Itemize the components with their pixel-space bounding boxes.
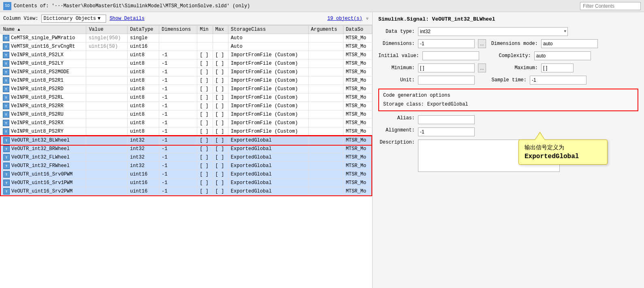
minimum-dots-btn[interactable]: … <box>478 64 486 72</box>
sample-time-input[interactable] <box>530 76 586 85</box>
row-icon: T <box>3 188 10 195</box>
min-cell: [ ] <box>197 153 213 162</box>
col-datasource: DataSo <box>343 25 372 34</box>
datatype-cell: uint8 <box>127 93 159 102</box>
value-cell <box>86 119 128 127</box>
col-name: Name ▲ <box>0 25 86 34</box>
args-cell <box>308 42 343 51</box>
object-count[interactable]: 19 object(s) <box>327 16 362 21</box>
alias-input[interactable] <box>418 115 475 124</box>
datatype-cell: single <box>127 34 159 42</box>
complexity-input[interactable] <box>534 51 591 60</box>
content-area: Column View: Dictionary Objects ▼ Show D… <box>0 12 644 288</box>
datatype-cell: uint8 <box>127 119 159 127</box>
row-icon: T <box>3 137 10 144</box>
args-cell <box>308 145 343 153</box>
col-storage: StorageClass <box>228 25 308 34</box>
data-table: Name ▲ Value DataType Dimensions Min Max… <box>0 25 372 288</box>
name-cell: TVeOUTR_uint16_Srv2PWM <box>1 187 86 195</box>
row-icon: T <box>3 128 9 135</box>
dimensions-mode-input[interactable] <box>541 39 598 48</box>
dimensions-cell: -1 <box>159 93 197 102</box>
row-name: VeMTSR_uint16_SrvCngRt <box>11 44 75 49</box>
minimum-input[interactable] <box>418 64 475 72</box>
table-row[interactable]: TVeOUTR_int32_FLWheelint32-1[ ][ ]Export… <box>0 153 372 162</box>
table-row[interactable]: TVeMTSR_uint16_SrvCngRtuint16(50)uint16A… <box>0 42 372 51</box>
max-cell: [ ] <box>213 127 228 136</box>
datasource-cell: MTSR_Mo <box>343 179 372 187</box>
max-cell: [ ] <box>213 153 228 162</box>
dimensions-dots-btn[interactable]: … <box>478 39 486 48</box>
table-row[interactable]: TVeINPR_uint8_PS2LYuint8-1[ ][ ]ImportFr… <box>0 59 372 68</box>
name-cell: TCeMTSR_single_PWMratio <box>0 34 86 42</box>
min-cell: [ ] <box>197 162 213 170</box>
table-row[interactable]: TVeINPR_uint8_PS2LXuint8-1[ ][ ]ImportFr… <box>0 51 372 59</box>
table-row[interactable]: TVeOUTR_uint16_Srv2PWMuint16-1[ ][ ]Expo… <box>0 187 372 196</box>
table-row[interactable]: TVeOUTR_uint16_Srv1PWMuint16-1[ ][ ]Expo… <box>0 179 372 187</box>
value-cell <box>86 162 128 170</box>
min-cell: [ ] <box>197 59 213 68</box>
table-row[interactable]: TVeINPR_uint8_PS2RLuint8-1[ ][ ]ImportFr… <box>0 93 372 102</box>
table-row[interactable]: TVeINPR_uint8_PS2MODEuint8-1[ ][ ]Import… <box>0 68 372 76</box>
datatype-cell: uint8 <box>127 51 159 59</box>
top-bar: SD Contents of: '···Master\RoboMasterGit… <box>0 0 644 12</box>
datatype-cell: uint8 <box>127 110 159 119</box>
unit-input[interactable] <box>418 76 475 85</box>
max-cell: [ ] <box>213 59 228 68</box>
table-row[interactable]: TVeINPR_uint8_PS2R1uint8-1[ ][ ]ImportFr… <box>0 76 372 85</box>
table-row[interactable]: TVeOUTR_int32_FRWheelint32-1[ ][ ]Export… <box>0 162 372 170</box>
filter-input[interactable] <box>580 2 641 10</box>
value-cell <box>86 51 128 59</box>
storage-cell: ExportedGlobal <box>228 162 308 170</box>
args-cell <box>308 102 343 110</box>
show-details-link[interactable]: Show Details <box>109 16 144 21</box>
name-cell: TVeOUTR_int32_FLWheel <box>1 153 86 161</box>
table-row[interactable]: TVeOUTR_int32_BLWheelint32-1[ ][ ]Export… <box>0 136 372 145</box>
value-cell <box>86 145 128 153</box>
table-row[interactable]: TVeINPR_uint8_PS2RXuint8-1[ ][ ]ImportFr… <box>0 119 372 127</box>
name-cell: TVeOUTR_int32_FRWheel <box>1 162 86 170</box>
table-row[interactable]: TCeMTSR_single_PWMratiosingle(950)single… <box>0 34 372 42</box>
min-cell: [ ] <box>197 102 213 110</box>
row-name: VeINPR_uint8_PS2MODE <box>11 69 69 75</box>
name-cell: TVeOUTR_int32_BLWheel <box>1 136 86 144</box>
args-cell <box>308 119 343 127</box>
alignment-input[interactable] <box>418 127 475 136</box>
filter-icon[interactable]: ▿ <box>366 15 369 22</box>
maximum-input[interactable] <box>541 64 574 72</box>
dimensions-input[interactable] <box>418 39 475 48</box>
table-row[interactable]: TVeINPR_uint8_PS2RUuint8-1[ ][ ]ImportFr… <box>0 110 372 119</box>
max-cell: [ ] <box>213 145 228 153</box>
min-cell: [ ] <box>197 119 213 127</box>
row-icon: T <box>3 69 9 75</box>
row-icon: T <box>3 154 10 161</box>
datatype-cell: uint8 <box>127 59 159 68</box>
datasource-cell: MTSR_Mo <box>343 187 372 196</box>
storage-cell: ImportFromFile (Custom) <box>228 51 308 59</box>
sort-arrow-icon: ▲ <box>18 28 20 32</box>
min-cell: [ ] <box>197 51 213 59</box>
max-cell: [ ] <box>213 51 228 59</box>
data-type-select[interactable]: int32 <box>418 27 568 36</box>
args-cell <box>308 127 343 136</box>
table-row[interactable]: TVeOUTR_int32_BRWheelint32-1[ ][ ]Export… <box>0 145 372 153</box>
row-name: VeOUTR_uint16_Srv0PWM <box>11 172 73 177</box>
table-row[interactable]: TVeINPR_uint8_PS2RDuint8-1[ ][ ]ImportFr… <box>0 85 372 93</box>
storage-class-value: ExportedGlobal <box>427 102 468 107</box>
datasource-cell: MTSR_Mo <box>343 93 372 102</box>
max-cell: [ ] <box>213 170 228 179</box>
row-icon: T <box>3 35 9 41</box>
storage-class-label: Storage class: <box>383 102 424 107</box>
minimum-label: Minimum: <box>378 65 415 71</box>
table-row[interactable]: TVeOUTR_uint16_Srv0PWMuint16-1[ ][ ]Expo… <box>0 170 372 179</box>
table-row[interactable]: TVeINPR_uint8_PS2RYuint8-1[ ][ ]ImportFr… <box>0 127 372 136</box>
table-row[interactable]: TVeINPR_uint8_PS2RRuint8-1[ ][ ]ImportFr… <box>0 102 372 110</box>
args-cell <box>308 51 343 59</box>
alias-label: Alias: <box>378 115 415 121</box>
column-view-dropdown[interactable]: Dictionary Objects ▼ <box>41 15 106 23</box>
datatype-cell: uint8 <box>127 85 159 93</box>
initial-value-input[interactable] <box>422 51 479 60</box>
storage-cell: ExportedGlobal <box>228 136 308 145</box>
row-name: VeINPR_uint8_PS2RY <box>11 129 64 134</box>
value-cell <box>86 187 128 196</box>
